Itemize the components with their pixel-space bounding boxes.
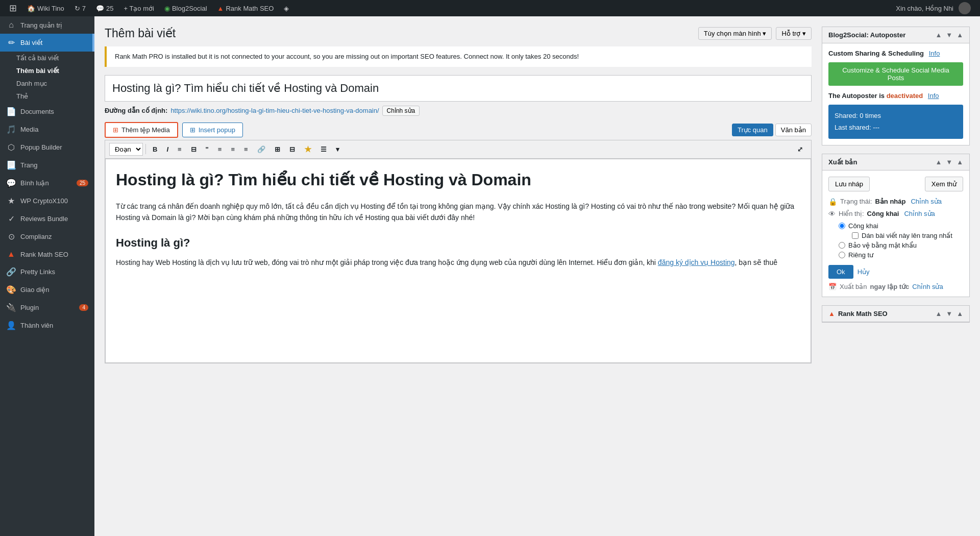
insert-popup-button[interactable]: ⊞ Insert popup xyxy=(182,123,243,137)
sidebar-item-media[interactable]: 🎵 Media xyxy=(0,120,94,138)
sidebar-item-rankmath[interactable]: ▲ Rank Math SEO xyxy=(0,246,94,263)
permalink-edit-button[interactable]: Chỉnh sửa xyxy=(382,106,420,116)
sidebar-item-wpcrypto[interactable]: ★ WP CryptoX100 xyxy=(0,192,94,210)
home-icon: 🏠 xyxy=(27,5,35,12)
sidebar-sub-all-posts[interactable]: Tất cả bài viết xyxy=(0,52,94,64)
align-left-button[interactable]: ≡ xyxy=(214,143,226,155)
drag-handle-icon[interactable]: ▲ xyxy=(957,31,963,39)
private-radio[interactable] xyxy=(839,252,845,258)
add-media-label: Thêm tệp Media xyxy=(121,126,170,134)
sidebar-item-complianz[interactable]: ⊙ Complianz xyxy=(0,228,94,246)
visibility-ok-button[interactable]: Ok xyxy=(828,265,853,279)
public-radio[interactable] xyxy=(839,223,845,229)
visibility-edit-link[interactable]: Chỉnh sửa xyxy=(904,210,935,217)
visual-view-button[interactable]: Trực quan xyxy=(732,124,773,136)
sidebar-item-members[interactable]: 👤 Thành viên xyxy=(0,316,94,334)
fullscreen-button[interactable]: ⤢ xyxy=(793,143,807,155)
save-draft-button[interactable]: Lưu nháp xyxy=(828,177,870,191)
members-label: Thành viên xyxy=(20,322,53,329)
blog2social-box-inner: Custom Sharing & Scheduling Info Customi… xyxy=(822,43,969,145)
categories-label: Danh mục xyxy=(16,80,47,87)
preview-button[interactable]: Xem thử xyxy=(925,177,963,191)
new-post-item[interactable]: + Tạo mới xyxy=(118,0,159,16)
sidebar-sub-tags[interactable]: Thẻ xyxy=(0,90,94,103)
editor-content-area[interactable]: Hosting là gì? Tìm hiểu chi tiết về Host… xyxy=(105,159,811,363)
link-button[interactable]: 🔗 xyxy=(253,143,270,155)
toolbar-button-extra[interactable]: ☰ xyxy=(316,143,331,155)
sidebar-item-posts[interactable]: ✏ Bài viết xyxy=(0,34,94,52)
rankmath-collapse-up[interactable]: ▲ xyxy=(935,310,942,318)
updates-item[interactable]: ↻ 7 xyxy=(69,0,91,16)
ul-button[interactable]: ≡ xyxy=(174,143,186,155)
add-media-button[interactable]: ⊞ Thêm tệp Media xyxy=(105,122,178,138)
post-title-input[interactable] xyxy=(105,75,812,102)
blog2social-item[interactable]: ◉ Blog2Social xyxy=(159,0,212,16)
align-center-button[interactable]: ≡ xyxy=(227,143,239,155)
dropdown-button[interactable]: ▾ xyxy=(332,143,344,155)
star-button[interactable]: ★ xyxy=(300,142,315,156)
publish-collapse-up[interactable]: ▲ xyxy=(935,158,942,166)
grid-button[interactable]: ⊟ xyxy=(285,143,299,155)
posts-icon: ✏ xyxy=(6,38,16,47)
media-button-icon: ⊞ xyxy=(113,126,118,134)
publish-metabox-header[interactable]: Xuất bản ▲ ▼ ▲ xyxy=(822,154,969,170)
publish-collapse-down[interactable]: ▼ xyxy=(946,158,952,166)
password-radio[interactable] xyxy=(839,242,845,249)
table-button[interactable]: ⊞ xyxy=(271,143,284,155)
custom-sharing-row: Custom Sharing & Scheduling Info xyxy=(828,50,963,57)
comments-side-icon: 💬 xyxy=(6,178,16,188)
sidebar-item-reviews[interactable]: ✓ Reviews Bundle xyxy=(0,210,94,228)
sidebar-item-prettylinks[interactable]: 🔗 Pretty Links xyxy=(0,263,94,281)
sidebar-item-popup[interactable]: ⬡ Popup Builder xyxy=(0,138,94,156)
visibility-cancel-button[interactable]: Hủy xyxy=(857,268,870,276)
tinymce-toolbar: Đoạn B I ≡ ⊟ " ≡ ≡ ≡ 🔗 ⊞ ⊟ ★ ☰ ▾ ⤢ xyxy=(105,140,812,158)
collapse-down-icon[interactable]: ▼ xyxy=(946,31,952,39)
sidebar-sub-categories[interactable]: Danh mục xyxy=(0,77,94,90)
sidebar-item-documents[interactable]: 📄 Documents xyxy=(0,103,94,120)
italic-button[interactable]: I xyxy=(162,143,173,155)
sticky-checkbox[interactable] xyxy=(852,232,859,239)
publish-box-inner: Lưu nháp Xem thử 🔒 Trạng thái: Bản nháp … xyxy=(822,170,969,297)
blog2social-metabox-header[interactable]: Blog2Social: Autoposter ▲ ▼ ▲ xyxy=(822,27,969,43)
calendar-icon: 📅 xyxy=(828,283,837,290)
sidebar-item-plugins[interactable]: 🔌 Plugin 4 xyxy=(0,299,94,316)
shared-info-box: Shared: 0 times Last shared: --- xyxy=(828,105,963,139)
plugins-icon: 🔌 xyxy=(6,303,16,312)
align-right-button[interactable]: ≡ xyxy=(240,143,252,155)
comments-item[interactable]: 💬 25 xyxy=(91,0,118,16)
schedule-edit-link[interactable]: Chỉnh sửa xyxy=(912,283,943,290)
customize-schedule-button[interactable]: Customize & Schedule Social Media Posts xyxy=(828,62,963,86)
password-label: Bảo vệ bằng mật khẩu xyxy=(848,241,917,249)
screen-options-button[interactable]: Tùy chọn màn hình ▾ xyxy=(698,27,772,40)
publish-metabox: Xuất bản ▲ ▼ ▲ Lưu nháp Xem thử 🔒 Trạng … xyxy=(822,154,970,297)
sidebar-item-dashboard[interactable]: ⌂ Trang quản trị xyxy=(0,16,94,34)
status-edit-link[interactable]: Chỉnh sửa xyxy=(911,198,941,205)
schema-item[interactable]: ◈ xyxy=(279,0,294,16)
wp-logo-item[interactable]: ⊞ xyxy=(4,0,22,16)
rankmath-metabox-header[interactable]: ▲ Rank Math SEO ▲ ▼ ▲ xyxy=(822,306,969,322)
collapse-up-icon[interactable]: ▲ xyxy=(935,31,942,39)
rankmath-item[interactable]: ▲ Rank Math SEO xyxy=(212,0,279,16)
publish-drag[interactable]: ▲ xyxy=(957,158,963,166)
custom-sharing-info-link[interactable]: Info xyxy=(929,50,940,57)
help-label: Hỗ trợ xyxy=(781,30,800,37)
help-button[interactable]: Hỗ trợ ▾ xyxy=(776,27,812,40)
ol-button[interactable]: ⊟ xyxy=(187,143,201,155)
notice-text: Rank Math PRO is installed but it is not… xyxy=(115,52,803,62)
sidebar-item-comments[interactable]: 💬 Bình luận 25 xyxy=(0,174,94,192)
sidebar-sub-add-post[interactable]: Thêm bài viết xyxy=(0,64,94,77)
content-link[interactable]: đăng ký dịch vụ Hosting xyxy=(658,258,735,266)
pages-icon: 📃 xyxy=(6,160,16,170)
rankmath-collapse-down[interactable]: ▼ xyxy=(946,310,952,318)
bold-button[interactable]: B xyxy=(149,143,161,155)
site-name-item[interactable]: 🏠 Wiki Tino xyxy=(22,0,69,16)
sidebar-item-appearance[interactable]: 🎨 Giao diện xyxy=(0,281,94,299)
rankmath-drag[interactable]: ▲ xyxy=(957,310,963,318)
sidebar-item-pages[interactable]: 📃 Trang xyxy=(0,156,94,174)
insert-popup-icon: ⊞ xyxy=(190,126,195,134)
blockquote-button[interactable]: " xyxy=(202,143,213,155)
autoposter-info-link[interactable]: Info xyxy=(928,92,939,100)
text-view-button[interactable]: Văn bản xyxy=(775,124,812,136)
paragraph-select[interactable]: Đoạn xyxy=(109,143,143,156)
user-greeting[interactable]: Xin chào, Hồng Nhi xyxy=(891,0,976,16)
